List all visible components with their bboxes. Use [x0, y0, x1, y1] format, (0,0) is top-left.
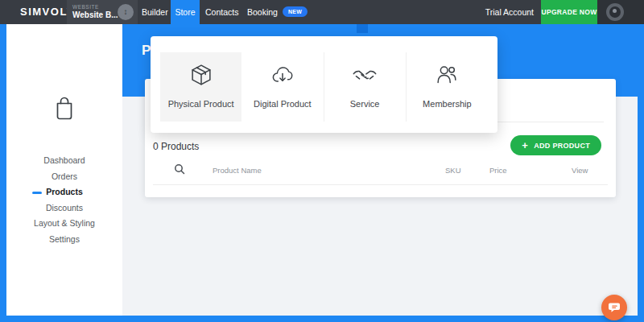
sidebar-menu: Dashboard Orders Products Discounts Layo… [6, 153, 122, 247]
site-switcher-icon: ↕ [118, 4, 134, 20]
column-sku: SKU [445, 166, 461, 175]
help-icon-inner [609, 6, 621, 18]
top-bar: SIMVOLY WEBSITE Website B... ↕ Builder S… [0, 0, 644, 24]
column-product-name: Product Name [213, 166, 262, 175]
website-selector[interactable]: WEBSITE Website B... ↕ [67, 0, 138, 24]
option-label: Physical Product [168, 99, 234, 109]
upgrade-now-button[interactable]: UPGRADE NOW [541, 0, 597, 24]
column-view: View [572, 166, 588, 175]
handshake-icon [351, 61, 378, 89]
chat-bubble-icon [607, 300, 621, 315]
cloud-download-icon [269, 61, 296, 89]
sidebar-item-discounts[interactable]: Discounts [6, 200, 122, 217]
trial-account-label: Trial Account [485, 0, 534, 24]
search-icon[interactable] [174, 163, 185, 175]
sidebar-item-settings[interactable]: Settings [6, 232, 122, 248]
option-label: Digital Product [254, 99, 312, 109]
option-service[interactable]: Service [324, 52, 406, 122]
help-zone [597, 0, 644, 24]
products-table-header: Product Name SKU Price View [145, 163, 616, 180]
website-selector-name: Website B... [72, 10, 118, 19]
add-product-button[interactable]: + ADD PRODUCT [510, 135, 601, 155]
option-membership[interactable]: Membership [406, 52, 488, 122]
add-product-dropdown: Physical Product Digital Product Service [151, 36, 497, 133]
products-count-label: 0 Products [153, 141, 199, 152]
box-icon [188, 61, 215, 89]
nav-booking[interactable]: Booking [247, 0, 278, 24]
option-label: Membership [423, 99, 472, 109]
option-digital-product[interactable]: Digital Product [242, 52, 323, 122]
add-product-button-label: ADD PRODUCT [534, 142, 590, 150]
shopping-bag-icon [52, 93, 77, 124]
sidebar-item-layout-styling[interactable]: Layout & Styling [6, 216, 122, 232]
table-divider [153, 184, 608, 185]
store-sidebar: Dashboard Orders Products Discounts Layo… [6, 24, 122, 316]
dropdown-notch [357, 24, 368, 33]
booking-new-badge: NEW [283, 6, 308, 17]
sidebar-item-orders[interactable]: Orders [6, 169, 122, 185]
nav-builder[interactable]: Builder [142, 0, 168, 24]
active-item-dash [32, 192, 42, 194]
column-price: Price [489, 166, 507, 175]
app-window: SIMVOLY WEBSITE Website B... ↕ Builder S… [0, 0, 644, 322]
nav-contacts[interactable]: Contacts [205, 0, 238, 24]
plus-icon: + [522, 140, 528, 151]
option-label: Service [350, 99, 380, 109]
people-icon [433, 61, 460, 89]
option-physical-product[interactable]: Physical Product [160, 52, 242, 122]
help-icon[interactable] [606, 3, 624, 21]
sidebar-item-products-label: Products [46, 187, 83, 196]
sidebar-item-dashboard[interactable]: Dashboard [6, 153, 122, 169]
nav-store[interactable]: Store [171, 0, 200, 24]
chat-launcher-button[interactable] [601, 295, 627, 320]
website-selector-eyebrow: WEBSITE [72, 4, 99, 10]
sidebar-item-products[interactable]: Products [6, 184, 122, 200]
